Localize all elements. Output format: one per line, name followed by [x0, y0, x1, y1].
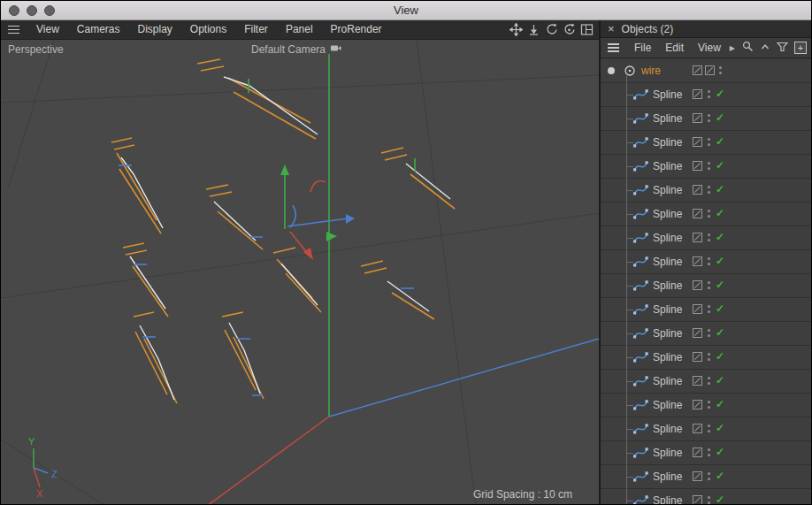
- menu-item-edit[interactable]: Edit: [658, 42, 691, 54]
- spline-object[interactable]: [222, 312, 264, 399]
- keyframe-box-icon[interactable]: [693, 256, 702, 266]
- visibility-dots-icon[interactable]: [708, 138, 710, 146]
- visibility-dots-icon[interactable]: [708, 281, 710, 289]
- enabled-check-icon[interactable]: ✓: [716, 135, 724, 148]
- visibility-dots-icon[interactable]: [708, 496, 710, 504]
- enabled-check-icon[interactable]: ✓: [716, 398, 724, 410]
- visibility-dots-icon[interactable]: [708, 425, 710, 432]
- enabled-check-icon[interactable]: ✓: [716, 302, 724, 315]
- minimize-button[interactable]: [27, 5, 37, 16]
- object-row-spline[interactable]: Spline✓: [601, 203, 811, 226]
- object-row-spline[interactable]: Spline✓: [601, 370, 811, 394]
- enabled-check-icon[interactable]: ✓: [716, 88, 724, 100]
- object-label[interactable]: Spline: [653, 471, 682, 483]
- keyframe-box-icon[interactable]: [693, 209, 702, 218]
- menu-item-prorender[interactable]: ProRender: [322, 20, 391, 39]
- keyframe-box-icon[interactable]: [693, 89, 702, 99]
- view-mode-label[interactable]: Perspective: [8, 43, 64, 56]
- object-row-spline[interactable]: Spline✓: [601, 179, 811, 203]
- keyframe-box-icon[interactable]: [693, 185, 702, 195]
- enabled-check-icon[interactable]: ✓: [716, 326, 724, 339]
- object-row-spline[interactable]: Spline✓: [601, 346, 811, 370]
- object-row-spline[interactable]: Spline✓: [601, 417, 811, 441]
- enabled-check-icon[interactable]: ✓: [716, 446, 724, 458]
- visibility-dots-icon[interactable]: [708, 162, 710, 170]
- keyframe-box-icon[interactable]: [693, 137, 702, 147]
- orbit-icon[interactable]: [545, 23, 558, 36]
- object-label[interactable]: Spline: [653, 351, 682, 363]
- keyframe-box-icon[interactable]: [693, 471, 702, 481]
- object-label[interactable]: Spline: [653, 208, 682, 220]
- visibility-dots-icon[interactable]: [708, 305, 710, 313]
- keyframe-box-icon[interactable]: [693, 448, 702, 457]
- spline-object[interactable]: [361, 261, 434, 319]
- object-label[interactable]: Spline: [653, 327, 682, 340]
- object-row-wire[interactable]: wire: [601, 59, 811, 83]
- enabled-check-icon[interactable]: ✓: [716, 111, 724, 124]
- add-object-button[interactable]: +: [794, 42, 807, 54]
- visibility-dots-icon[interactable]: [708, 377, 710, 385]
- visibility-dots-icon[interactable]: [708, 472, 710, 480]
- menu-item-options[interactable]: Options: [181, 20, 235, 39]
- object-row-spline[interactable]: Spline✓: [601, 465, 811, 489]
- visibility-dots-icon[interactable]: [708, 329, 710, 337]
- keyframe-box-icon[interactable]: [693, 376, 702, 386]
- object-row-spline[interactable]: Spline✓: [601, 250, 811, 274]
- object-label[interactable]: Spline: [653, 112, 682, 125]
- object-label[interactable]: Spline: [653, 88, 682, 101]
- keyframe-box-icon[interactable]: [693, 424, 702, 433]
- enabled-check-icon[interactable]: ✓: [716, 470, 724, 482]
- visibility-dots-icon[interactable]: [708, 401, 710, 409]
- spline-object[interactable]: [206, 185, 263, 249]
- dolly-icon[interactable]: [527, 23, 540, 36]
- spline-object[interactable]: [381, 148, 455, 209]
- visibility-dots-icon[interactable]: [708, 448, 710, 456]
- chevron-up-icon[interactable]: [760, 40, 770, 56]
- filter-icon[interactable]: [777, 40, 788, 56]
- camera-label[interactable]: Default Camera: [251, 43, 326, 56]
- keyframe-box-icon[interactable]: [693, 400, 702, 409]
- object-label[interactable]: Spline: [653, 256, 682, 268]
- object-label[interactable]: Spline: [653, 232, 682, 244]
- viewport-layout-icon[interactable]: [580, 23, 594, 36]
- camera-icon[interactable]: [330, 43, 341, 56]
- enabled-check-icon[interactable]: ✓: [716, 279, 724, 291]
- expander-icon[interactable]: [608, 67, 615, 74]
- menu-overflow-arrow-icon[interactable]: ▶: [730, 44, 735, 52]
- enabled-check-icon[interactable]: ✓: [716, 494, 724, 504]
- object-label[interactable]: Spline: [653, 423, 682, 435]
- keyframe-box-icon[interactable]: [693, 352, 702, 362]
- menu-item-view[interactable]: View: [691, 42, 728, 54]
- object-row-spline[interactable]: Spline✓: [601, 274, 811, 298]
- panel-close-icon[interactable]: ×: [608, 20, 615, 37]
- keyframe-box-icon[interactable]: [705, 65, 715, 75]
- menu-item-panel[interactable]: Panel: [277, 20, 322, 39]
- enabled-check-icon[interactable]: ✓: [716, 255, 724, 267]
- panel-menu-icon[interactable]: [608, 43, 619, 52]
- menu-icon[interactable]: [8, 26, 19, 34]
- keyframe-box-icon[interactable]: [693, 280, 702, 290]
- menu-item-file[interactable]: File: [627, 42, 658, 54]
- enabled-check-icon[interactable]: ✓: [716, 374, 724, 386]
- object-label[interactable]: Spline: [653, 303, 682, 316]
- object-row-spline[interactable]: Spline✓: [601, 394, 811, 417]
- spline-object[interactable]: [197, 59, 318, 139]
- object-label[interactable]: Spline: [653, 447, 682, 459]
- visibility-dots-icon[interactable]: [708, 186, 710, 194]
- pan-icon[interactable]: [509, 23, 523, 36]
- keyframe-box-icon[interactable]: [693, 113, 702, 123]
- keyframe-box-icon[interactable]: [693, 233, 702, 242]
- visibility-dots-icon[interactable]: [708, 257, 710, 265]
- object-label[interactable]: Spline: [653, 399, 682, 411]
- viewport-3d[interactable]: YZX Perspective Default Camera Grid Spac…: [1, 40, 599, 505]
- enabled-check-icon[interactable]: ✓: [716, 183, 724, 195]
- keyframe-box-icon[interactable]: [693, 304, 702, 314]
- menu-item-filter[interactable]: Filter: [235, 20, 277, 39]
- scene-canvas[interactable]: YZX: [1, 40, 599, 505]
- enabled-check-icon[interactable]: ✓: [716, 350, 724, 363]
- enabled-check-icon[interactable]: ✓: [716, 159, 724, 172]
- visibility-dots-icon[interactable]: [708, 233, 710, 241]
- object-label[interactable]: Spline: [653, 136, 682, 149]
- object-label[interactable]: Spline: [653, 184, 682, 196]
- object-label[interactable]: Spline: [653, 375, 682, 387]
